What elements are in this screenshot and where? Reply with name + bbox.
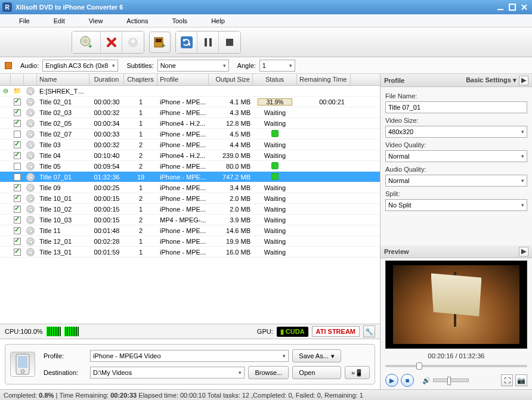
angle-label: Angle: [237,62,256,69]
svg-rect-12 [209,38,212,46]
transfer-device-button[interactable]: »📱 [345,366,370,379]
clear-button[interactable] [122,32,144,53]
row-checkbox[interactable] [14,109,21,116]
table-parent-row[interactable]: ⊖📁E:[SHREK_TH... [0,86,380,97]
settings-wrench-button[interactable]: 🔧 [363,325,375,337]
menu-actions[interactable]: Actions [115,17,160,24]
table-row[interactable]: Title 0900:00:251iPhone - MPE...3.4 MBWa… [0,182,380,193]
split-combo[interactable]: No Split [385,199,527,211]
destination-panel: Profile: iPhone - MPEG4 Video Save As...… [5,344,375,385]
cuda-badge-icon: ▮ CUDA [277,327,308,337]
volume-slider[interactable] [433,379,469,382]
save-as-button[interactable]: Save As...▾ [292,349,341,362]
row-checkbox[interactable] [14,163,21,170]
speaker-icon[interactable]: 🔊 [422,377,431,385]
disc-icon [26,248,35,256]
menu-file[interactable]: File [7,17,42,24]
browse-button[interactable]: Browse... [248,366,289,379]
col-status[interactable]: Status [253,74,297,85]
profile-combo[interactable]: iPhone - MPEG4 Video [90,350,289,362]
table-row[interactable]: Title 13_0100:01:591iPhone - MPE...16.0 … [0,247,380,258]
row-checkbox[interactable] [14,238,21,245]
play-button[interactable]: ▶ [385,374,398,387]
collapse-right-button[interactable]: ▶ [519,76,528,85]
row-checkbox[interactable] [14,184,21,191]
table-row[interactable]: Title 0300:00:322iPhone - MPE...4.4 MBWa… [0,139,380,150]
video-quality-combo[interactable]: Normal [385,150,527,162]
stop-preview-button[interactable]: ■ [401,374,414,387]
table-row[interactable]: Title 12_0100:02:281iPhone - MPE...19.9 … [0,236,380,247]
col-profile[interactable]: Profile [157,74,209,85]
remove-button[interactable] [101,32,122,53]
settings-mode-toggle[interactable]: Basic Settings ▾ [466,76,516,84]
row-checkbox[interactable] [14,249,21,256]
snapshot-button[interactable]: 📷 [515,374,527,386]
table-row[interactable]: Title 02_0500:00:341iPhone4 - H.2...12.8… [0,118,380,129]
convert-button[interactable] [176,32,197,53]
table-row[interactable]: Title 10_0200:00:151iPhone - MPE...2.0 M… [0,204,380,215]
col-chapters[interactable]: Chapters [124,74,157,85]
filename-input[interactable]: Title 07_01 [385,101,527,113]
pause-button[interactable] [197,32,219,53]
audio-combo[interactable]: English AC3 6ch (0x8 [42,60,118,72]
disc-icon [26,141,35,149]
preview-video[interactable] [385,261,527,349]
col-name[interactable]: Name [37,74,89,85]
row-checkbox[interactable] [14,206,21,213]
row-checkbox[interactable] [14,195,21,202]
table-row[interactable]: Title 02_0100:00:301iPhone - MPE...4.1 M… [0,97,380,107]
destination-combo[interactable]: D:\My Videos [90,367,245,379]
menu-edit[interactable]: Edit [42,17,77,24]
col-output-size[interactable]: Output Size [209,74,253,85]
svg-rect-8 [156,39,162,42]
col-remaining[interactable]: Remaining Time [297,74,351,85]
subtitles-combo[interactable]: None [157,60,229,72]
minimize-button[interactable] [495,2,506,12]
toolbar: + + [0,27,532,57]
disc-icon [26,151,35,160]
table-row[interactable]: Title 02_0300:00:321iPhone - MPE...4.3 M… [0,107,380,118]
expand-preview-button[interactable]: ▶ [519,247,528,256]
open-button[interactable]: Open [292,366,341,379]
add-output-button[interactable]: + [149,32,171,53]
row-checkbox[interactable] [14,152,21,159]
col-duration[interactable]: Duration [89,74,124,85]
menu-tools[interactable]: Tools [160,17,199,24]
video-size-combo[interactable]: 480x320 [385,126,527,138]
grid-body[interactable]: ⊖📁E:[SHREK_TH...Title 02_0100:00:301iPho… [0,86,380,324]
menu-help[interactable]: Help [199,17,237,24]
row-checkbox[interactable] [14,216,21,224]
row-checkbox[interactable] [14,98,21,106]
grid-header: Name Duration Chapters Profile Output Si… [0,74,380,86]
svg-rect-15 [18,356,27,368]
profile-panel-header: Profile Basic Settings ▾ ▶ [381,74,532,87]
table-row[interactable]: Title 02_0700:00:331iPhone - MPE...4.5 M… [0,129,380,139]
svg-rect-1 [509,4,515,10]
maximize-button[interactable] [507,2,518,12]
stop-button[interactable] [219,32,240,53]
table-row[interactable]: Title 10_0100:00:152iPhone - MPE...2.0 M… [0,193,380,204]
svg-point-6 [131,39,135,43]
preview-seekbar[interactable] [385,362,527,370]
row-checkbox[interactable] [14,131,21,138]
table-row[interactable]: Title 07_0101:32:3619iPhone - MPE...747.… [0,172,380,182]
preview-time: 00:20:16 / 01:32:36 [381,352,532,359]
table-row[interactable]: Title 0400:10:402iPhone4 - H.2...239.0 M… [0,150,380,161]
fullscreen-button[interactable]: ⛶ [501,374,513,386]
add-dvd-button[interactable]: + [72,32,101,53]
cpu-label: CPU:100.0% [5,328,43,335]
row-checkbox[interactable] [14,141,21,148]
audio-quality-combo[interactable]: Normal [385,175,527,187]
angle-combo[interactable]: 1 [259,60,295,72]
close-button[interactable] [519,2,530,12]
table-row[interactable]: Title 0500:09:542iPhone - MPE...80.0 MB [0,161,380,172]
preview-panel-header: Preview ▶ [381,245,532,258]
disc-icon [26,216,35,224]
row-checkbox[interactable] [14,227,21,234]
disc-icon [26,173,35,181]
row-checkbox[interactable] [14,120,21,127]
row-checkbox[interactable] [14,173,21,181]
table-row[interactable]: Title 10_0300:00:152MP4 - MPEG-...3.9 MB… [0,215,380,225]
menu-view[interactable]: View [77,17,115,24]
table-row[interactable]: Title 1100:01:482iPhone - MPE...14.6 MBW… [0,225,380,236]
